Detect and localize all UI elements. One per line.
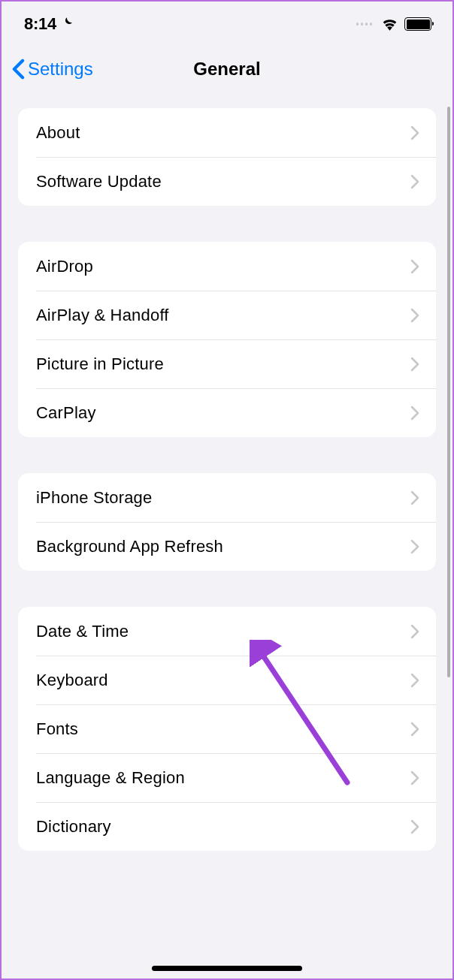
- row-label: Language & Region: [36, 768, 185, 788]
- row-label: Fonts: [36, 719, 78, 739]
- wifi-icon: [381, 17, 398, 31]
- chevron-right-icon: [410, 174, 419, 189]
- chevron-right-icon: [410, 819, 419, 834]
- chevron-right-icon: [410, 673, 419, 688]
- row-label: Software Update: [36, 172, 162, 191]
- row-carplay[interactable]: CarPlay: [18, 388, 436, 437]
- scroll-indicator[interactable]: [447, 107, 450, 677]
- chevron-right-icon: [410, 490, 419, 505]
- chevron-right-icon: [410, 125, 419, 140]
- row-label: iPhone Storage: [36, 488, 152, 508]
- home-indicator[interactable]: [152, 966, 302, 971]
- row-label: About: [36, 123, 80, 143]
- row-airdrop[interactable]: AirDrop: [18, 242, 436, 291]
- page-title: General: [193, 59, 260, 80]
- row-language-region[interactable]: Language & Region: [18, 753, 436, 802]
- settings-group: About Software Update: [18, 108, 436, 206]
- status-time: 8:14: [24, 14, 56, 34]
- row-airplay-handoff[interactable]: AirPlay & Handoff: [18, 291, 436, 339]
- row-label: Date & Time: [36, 622, 129, 641]
- chevron-right-icon: [410, 406, 419, 421]
- status-bar: 8:14: [2, 2, 452, 47]
- chevron-right-icon: [410, 259, 419, 274]
- settings-group: iPhone Storage Background App Refresh: [18, 473, 436, 571]
- row-label: AirDrop: [36, 257, 93, 276]
- row-picture-in-picture[interactable]: Picture in Picture: [18, 339, 436, 388]
- row-keyboard[interactable]: Keyboard: [18, 656, 436, 704]
- row-label: Keyboard: [36, 671, 108, 690]
- row-dictionary[interactable]: Dictionary: [18, 802, 436, 851]
- row-date-time[interactable]: Date & Time: [18, 607, 436, 656]
- back-label: Settings: [28, 59, 93, 80]
- row-iphone-storage[interactable]: iPhone Storage: [18, 473, 436, 522]
- chevron-right-icon: [410, 539, 419, 554]
- chevron-right-icon: [410, 770, 419, 786]
- battery-icon: [404, 17, 431, 31]
- row-label: Dictionary: [36, 817, 111, 837]
- row-label: AirPlay & Handoff: [36, 306, 169, 325]
- back-button[interactable]: Settings: [12, 59, 93, 80]
- row-label: Background App Refresh: [36, 537, 223, 556]
- do-not-disturb-icon: [61, 16, 74, 32]
- chevron-right-icon: [410, 357, 419, 372]
- row-fonts[interactable]: Fonts: [18, 704, 436, 753]
- chevron-right-icon: [410, 722, 419, 737]
- row-label: Picture in Picture: [36, 354, 164, 374]
- row-background-app-refresh[interactable]: Background App Refresh: [18, 522, 436, 571]
- settings-group: Date & Time Keyboard Fonts Language & Re…: [18, 607, 436, 851]
- chevron-right-icon: [410, 308, 419, 323]
- chevron-right-icon: [410, 624, 419, 639]
- row-about[interactable]: About: [18, 108, 436, 157]
- loading-dots-icon: [356, 23, 373, 26]
- row-label: CarPlay: [36, 403, 96, 423]
- row-software-update[interactable]: Software Update: [18, 157, 436, 206]
- navigation-bar: Settings General: [2, 47, 452, 92]
- chevron-left-icon: [12, 59, 25, 80]
- settings-content: About Software Update AirDrop AirPlay & …: [2, 92, 452, 851]
- settings-group: AirDrop AirPlay & Handoff Picture in Pic…: [18, 242, 436, 437]
